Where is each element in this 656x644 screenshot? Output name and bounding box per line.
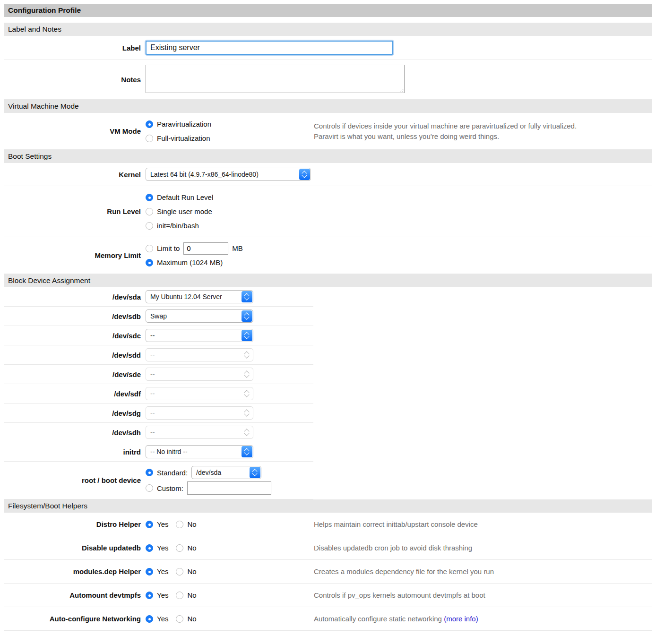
select-stepper-icon bbox=[250, 467, 260, 478]
block-device-row-sdf: /dev/sdf -- bbox=[4, 384, 313, 404]
custom-boot-device-input[interactable] bbox=[187, 481, 271, 495]
label-row: Label bbox=[4, 36, 652, 60]
label-field-label: Label bbox=[4, 44, 146, 52]
more-info-link[interactable]: (more info) bbox=[444, 615, 478, 623]
helper-row-autoconfigure-networking: Auto-configure Networking Yes No Automat… bbox=[4, 607, 652, 631]
initrd-select[interactable]: -- No initrd -- bbox=[146, 445, 253, 458]
section-block-device-assignment: Block Device Assignment bbox=[4, 274, 652, 287]
root-boot-device-row: root / boot device Standard: /dev/sda Cu… bbox=[4, 462, 313, 499]
kernel-row: Kernel Latest 64 bit (4.9.7-x86_64-linod… bbox=[4, 163, 652, 186]
radio-maximum-memory-label: Maximum (1024 MB) bbox=[157, 258, 223, 266]
select-stepper-icon bbox=[299, 169, 310, 180]
select-stepper-icon bbox=[242, 349, 252, 361]
helper-row-automount-devtmpfs: Automount devtmpfs Yes No Controls if pv… bbox=[4, 584, 652, 607]
memory-limit-row: Memory Limit Limit to MB Maximum (1024 M… bbox=[4, 237, 652, 274]
dev-sde-select: -- bbox=[146, 368, 253, 381]
block-device-row-sdc: /dev/sdc -- bbox=[4, 326, 313, 345]
radio-init-bin-bash-label: init=/bin/bash bbox=[157, 222, 199, 230]
block-device-row-sdh: /dev/sdh -- bbox=[4, 423, 313, 442]
block-device-row-sdb: /dev/sdb Swap bbox=[4, 307, 313, 326]
memory-limit-label: Memory Limit bbox=[4, 251, 146, 259]
select-stepper-icon bbox=[242, 330, 252, 341]
kernel-label: Kernel bbox=[4, 171, 146, 179]
section-boot-settings: Boot Settings bbox=[4, 150, 652, 163]
notes-textarea[interactable] bbox=[146, 65, 405, 93]
select-stepper-icon bbox=[242, 291, 252, 302]
radio-standard-boot[interactable] bbox=[146, 469, 153, 476]
radio-disable-updatedb-no[interactable] bbox=[176, 544, 183, 552]
radio-automount-devtmpfs-no[interactable] bbox=[176, 592, 183, 599]
section-label-and-notes: Label and Notes bbox=[4, 23, 652, 36]
radio-default-run-level-label: Default Run Level bbox=[157, 193, 213, 201]
vm-mode-row: VM Mode Paravirtualization Full-virtuali… bbox=[4, 113, 652, 150]
block-device-row-sdg: /dev/sdg -- bbox=[4, 404, 313, 423]
radio-limit-to[interactable] bbox=[146, 245, 153, 252]
select-stepper-icon bbox=[242, 388, 252, 399]
section-filesystem-boot-helpers: Filesystem/Boot Helpers bbox=[4, 499, 652, 513]
radio-init-bin-bash[interactable] bbox=[146, 222, 153, 230]
footer: Save Changes bbox=[4, 631, 652, 644]
section-virtual-machine-mode: Virtual Machine Mode bbox=[4, 100, 652, 113]
dev-sdb-select[interactable]: Swap bbox=[146, 309, 253, 323]
dev-sdc-select[interactable]: -- bbox=[146, 329, 253, 342]
autoconfigure-networking-help: Automatically configure static networkin… bbox=[314, 614, 652, 624]
radio-custom-boot[interactable] bbox=[146, 484, 153, 492]
notes-field-label: Notes bbox=[4, 76, 146, 84]
radio-automount-devtmpfs-yes[interactable] bbox=[146, 592, 153, 599]
select-stepper-icon bbox=[242, 407, 252, 419]
root-boot-device-label: root / boot device bbox=[4, 476, 146, 484]
block-device-row-sde: /dev/sde -- bbox=[4, 365, 313, 384]
select-stepper-icon bbox=[242, 369, 252, 380]
block-device-row-initrd: initrd -- No initrd -- bbox=[4, 442, 313, 462]
dev-sdd-select: -- bbox=[146, 348, 253, 361]
run-level-label: Run Level bbox=[4, 207, 146, 215]
memory-unit-label: MB bbox=[232, 244, 243, 252]
radio-paravirtualization[interactable] bbox=[146, 120, 153, 128]
dev-sda-select[interactable]: My Ubuntu 12.04 Server bbox=[146, 290, 253, 303]
distro-helper-help: Helps maintain correct inittab/upstart c… bbox=[314, 519, 652, 530]
radio-limit-to-label: Limit to bbox=[157, 244, 180, 252]
radio-autoconfigure-networking-yes[interactable] bbox=[146, 615, 153, 623]
radio-single-user-mode-label: Single user mode bbox=[157, 207, 212, 215]
dev-sdg-select: -- bbox=[146, 406, 253, 420]
page-title: Configuration Profile bbox=[4, 4, 652, 17]
radio-disable-updatedb-yes[interactable] bbox=[146, 544, 153, 552]
radio-modules-dep-no[interactable] bbox=[176, 568, 183, 575]
memory-limit-input[interactable] bbox=[183, 242, 228, 255]
radio-standard-boot-label: Standard: bbox=[157, 469, 188, 477]
helper-row-modules-dep: modules.dep Helper Yes No Creates a modu… bbox=[4, 560, 652, 584]
block-device-table: /dev/sda My Ubuntu 12.04 Server /dev/sdb… bbox=[4, 287, 313, 499]
helper-row-disable-updatedb: Disable updatedb Yes No Disables updated… bbox=[4, 536, 652, 560]
vm-mode-help: Controls if devices inside your virtual … bbox=[314, 121, 652, 142]
dev-sdh-select: -- bbox=[146, 426, 253, 439]
radio-full-virtualization-label: Full-virtualization bbox=[157, 134, 210, 142]
select-stepper-icon bbox=[242, 427, 252, 438]
radio-full-virtualization[interactable] bbox=[146, 135, 153, 142]
radio-distro-helper-no[interactable] bbox=[176, 521, 183, 528]
radio-single-user-mode[interactable] bbox=[146, 208, 153, 215]
radio-autoconfigure-networking-no[interactable] bbox=[176, 615, 183, 623]
modules-dep-help: Creates a modules dependency file for th… bbox=[314, 567, 652, 577]
notes-row: Notes bbox=[4, 60, 652, 100]
block-device-row-sdd: /dev/sdd -- bbox=[4, 345, 313, 365]
kernel-select[interactable]: Latest 64 bit (4.9.7-x86_64-linode80) bbox=[146, 168, 311, 181]
helper-row-distro-helper: Distro Helper Yes No Helps maintain corr… bbox=[4, 513, 652, 536]
select-stepper-icon bbox=[242, 310, 252, 322]
radio-maximum-memory[interactable] bbox=[146, 259, 153, 266]
run-level-row: Run Level Default Run Level Single user … bbox=[4, 186, 652, 237]
select-stepper-icon bbox=[242, 446, 252, 457]
automount-devtmpfs-help: Controls if pv_ops kernels automount dev… bbox=[314, 590, 652, 601]
radio-custom-boot-label: Custom: bbox=[157, 484, 183, 492]
radio-default-run-level[interactable] bbox=[146, 194, 153, 201]
block-device-row-sda: /dev/sda My Ubuntu 12.04 Server bbox=[4, 287, 313, 307]
radio-paravirtualization-label: Paravirtualization bbox=[157, 120, 211, 128]
disable-updatedb-help: Disables updatedb cron job to avoid disk… bbox=[314, 543, 652, 553]
radio-distro-helper-yes[interactable] bbox=[146, 521, 153, 528]
radio-modules-dep-yes[interactable] bbox=[146, 568, 153, 575]
label-input[interactable] bbox=[146, 41, 393, 55]
dev-sdf-select: -- bbox=[146, 387, 253, 400]
standard-boot-device-select[interactable]: /dev/sda bbox=[191, 466, 261, 479]
vm-mode-label: VM Mode bbox=[4, 127, 146, 135]
